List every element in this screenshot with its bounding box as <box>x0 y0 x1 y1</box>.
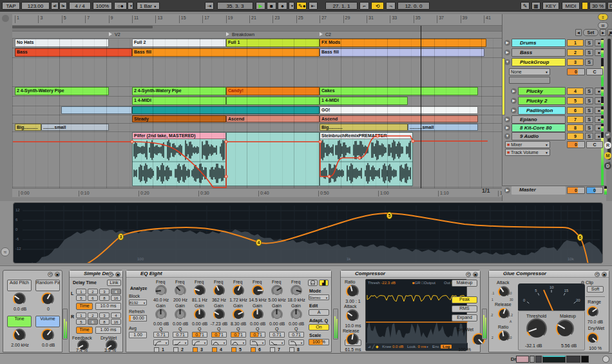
eq-filter-handle[interactable]: 6 <box>577 234 583 241</box>
beat-division-button[interactable]: 2 <box>88 312 98 318</box>
quantization-menu[interactable]: 1 Bar ▼ <box>137 2 160 10</box>
audio-pan-field[interactable]: C <box>586 141 603 148</box>
track-fold-icon[interactable]: ▶ <box>511 98 517 104</box>
track-number[interactable]: 1 <box>567 39 584 46</box>
punch-in-button[interactable]: ⌐ <box>359 2 369 10</box>
gain-knob[interactable] <box>194 309 206 320</box>
track-name[interactable]: Plucky <box>518 87 566 95</box>
tempo-field[interactable]: 123.00 <box>21 2 50 10</box>
filter-type-menu[interactable] <box>231 340 246 345</box>
beat-division-button[interactable]: 3 <box>99 289 110 294</box>
track-name[interactable]: PluckGroup <box>512 58 566 66</box>
master-name[interactable]: Master <box>512 186 566 195</box>
hot-swap-icon[interactable]: ⟲ <box>595 272 600 277</box>
filter-type-menu[interactable] <box>153 340 169 345</box>
r-delay-time-field[interactable]: 1.00 ms <box>95 327 121 334</box>
track-number[interactable]: 2 <box>567 49 584 56</box>
track-fold-icon[interactable]: ▼ <box>504 133 510 139</box>
metronome-menu-arrow[interactable]: ▼ <box>128 2 133 10</box>
q-field[interactable]: 0.71 <box>269 332 285 338</box>
rack-device[interactable]: ⟲ ▣ Add Pitch0.0 dBRandom Pan0Tone2.00 k… <box>3 270 62 352</box>
gain-knob[interactable] <box>155 309 167 320</box>
loop-button[interactable]: ⟲ <box>371 2 384 10</box>
track-name[interactable]: 8 Kit-Core 80 <box>512 124 566 132</box>
glue-threshold-knob[interactable] <box>526 318 547 339</box>
hot-swap-icon[interactable]: ⟲ <box>466 272 471 277</box>
solo-button[interactable]: S <box>585 124 593 131</box>
key-map-button[interactable]: KEY <box>542 2 559 10</box>
soft-clip-button[interactable]: Soft <box>587 286 604 292</box>
track-name[interactable]: Plucky 2 <box>518 97 566 105</box>
q-field[interactable]: 0.71 <box>192 332 207 338</box>
eq-spectrum-panel[interactable]: 1260-6-121001k10k3456 <box>13 202 603 263</box>
beat-division-button[interactable]: 4 <box>111 289 121 294</box>
track-name[interactable]: 9 Audio <box>512 132 566 140</box>
track-number[interactable]: 4 <box>567 88 584 95</box>
macro-knob[interactable] <box>13 329 26 341</box>
stop-button[interactable]: ■ <box>267 2 276 10</box>
makeup-button[interactable]: Makeup <box>452 280 477 287</box>
gain-knob[interactable] <box>271 309 283 320</box>
q-field[interactable]: 0.71 <box>250 332 265 338</box>
eq-filter-handle[interactable]: 3 <box>118 233 124 240</box>
play-button[interactable]: ▶ <box>256 2 265 10</box>
track-number[interactable]: 8 <box>567 124 584 131</box>
audition-icon[interactable]: 🎧 <box>308 280 318 286</box>
beat-division-button[interactable]: 3 <box>99 312 110 318</box>
freq-knob[interactable] <box>194 285 206 296</box>
filter-on-checkbox[interactable] <box>212 347 217 352</box>
macro-label[interactable]: Random Pan <box>35 280 60 291</box>
next-locator-button[interactable]: ▸ <box>600 29 606 36</box>
gain-knob[interactable] <box>233 309 244 320</box>
macro-knob[interactable] <box>41 329 54 341</box>
follow-button[interactable]: ⇥ <box>205 2 214 10</box>
tap-tempo-button[interactable]: TAP <box>2 2 20 10</box>
filter-on-checkbox[interactable] <box>193 347 198 352</box>
master-volume-field[interactable]: 0 <box>567 187 585 194</box>
solo-button[interactable]: S <box>585 59 593 66</box>
computer-midi-keyboard-button[interactable]: ▦ <box>531 2 540 10</box>
macro-label[interactable]: Volume <box>35 316 60 327</box>
track-number[interactable]: 3 <box>567 59 584 66</box>
track-number[interactable]: 6 <box>567 107 584 114</box>
beat-division-button[interactable]: 1 <box>76 312 86 318</box>
activity-view-icon[interactable]: ⊿ <box>368 345 371 349</box>
chain-selector[interactable]: None <box>509 68 550 75</box>
chain-overview-toggle-icon[interactable] <box>602 356 609 363</box>
group-pan-field[interactable]: C <box>586 68 603 75</box>
draw-mode-button[interactable]: ✎ <box>521 2 530 10</box>
peak-button[interactable]: Peak <box>452 296 477 303</box>
filter-on-checkbox[interactable] <box>251 347 256 352</box>
track-name[interactable]: Padlington <box>518 106 566 115</box>
filter-on-checkbox[interactable] <box>289 347 294 352</box>
glue-drywet-knob[interactable] <box>587 332 598 344</box>
punch-out-button[interactable]: ¬ <box>386 2 396 10</box>
filter-type-menu[interactable] <box>250 340 265 345</box>
track-fold-icon[interactable]: ▶ <box>504 117 510 122</box>
freq-knob[interactable] <box>233 285 244 296</box>
simple-delay-device[interactable]: Simple Del... ⟲ ▣ Delay Time Link L Time… <box>69 270 123 352</box>
track-fold-icon[interactable]: ▶ <box>504 40 510 46</box>
hot-swap-icon[interactable]: ⟲ <box>48 272 53 277</box>
beat-division-button[interactable]: 16 <box>111 319 121 325</box>
prev-locator-button[interactable]: ◂ <box>575 29 582 36</box>
nudge-up-button[interactable]: ‖▸ <box>59 2 67 10</box>
audio-volume-field[interactable]: 0 <box>567 141 585 148</box>
nudge-down-button[interactable]: ◂‖ <box>51 2 59 10</box>
gr-output-legend[interactable]: ■GR □Output <box>412 281 435 285</box>
eq-eight-device[interactable]: ▲ EQ Eight Analyze Block 8192 Refresh 60… <box>126 270 332 352</box>
beat-division-button[interactable]: 8 <box>99 295 110 301</box>
beat-division-button[interactable]: 6 <box>88 295 98 301</box>
loop-length-field[interactable]: 12. 0. 0 <box>397 2 430 10</box>
edit-ab-button[interactable]: A <box>309 309 329 316</box>
record-menu-arrow[interactable]: ▼ <box>289 2 294 10</box>
gr-view-icon[interactable]: ◆ <box>376 345 379 349</box>
midi-map-button[interactable]: MIDI <box>562 2 580 10</box>
beat-division-button[interactable]: 16 <box>111 295 121 301</box>
device-title[interactable]: Compressor <box>341 271 480 278</box>
save-preset-icon[interactable]: ▣ <box>602 272 607 277</box>
track-number[interactable]: 7 <box>567 116 584 123</box>
solo-button[interactable]: S <box>585 88 593 95</box>
filter-on-checkbox[interactable] <box>231 347 236 352</box>
show-mixer-toggle[interactable]: M <box>604 152 611 159</box>
